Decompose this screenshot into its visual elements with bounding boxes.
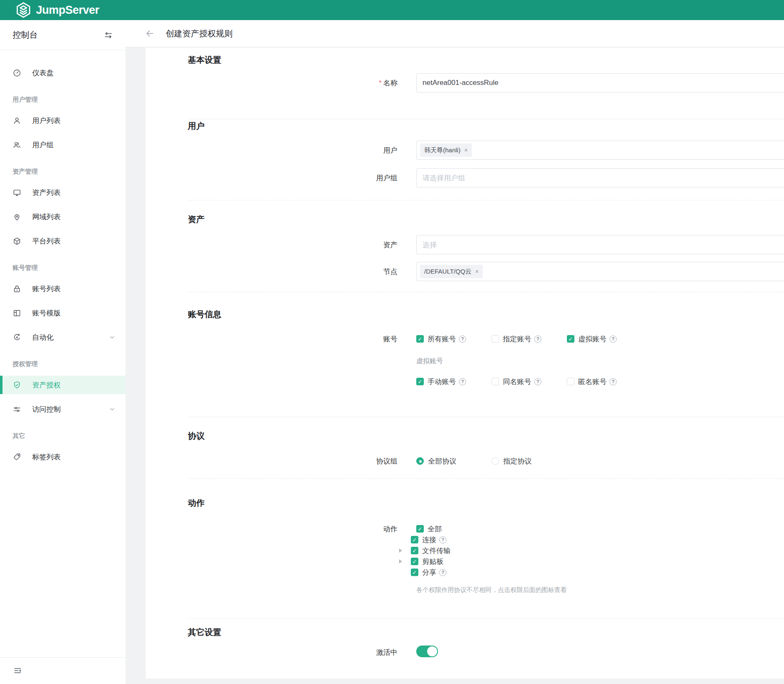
sidebar-item-label: 用户列表 (32, 116, 61, 126)
checkbox-manual-account[interactable]: ✓ 手动账号 ? (416, 377, 492, 387)
action-all-row: 动作 ✓ 全部 (146, 523, 784, 534)
checkbox-all-accounts[interactable]: ✓ 所有账号 ? (416, 334, 492, 344)
section-divider (188, 200, 784, 200)
sidebar-item-tag-list[interactable]: 标签列表 (0, 448, 126, 466)
checkbox-box[interactable] (492, 335, 499, 343)
sidebar-item-asset-permission[interactable]: 资产授权 (0, 376, 126, 394)
section-title-protocol: 协议 (188, 430, 784, 442)
monitor-icon (13, 188, 21, 197)
help-icon[interactable]: ? (534, 378, 541, 385)
node-tag[interactable]: /DEFAULT/QQ云 × (420, 265, 483, 278)
sidebar-item-label: 访问控制 (32, 405, 61, 414)
sidebar-item-platform-list[interactable]: 平台列表 (0, 232, 126, 250)
checkbox-box[interactable]: ✓ (411, 547, 418, 554)
chevron-down-icon[interactable] (109, 406, 115, 412)
checkbox-action-connect[interactable]: ✓ 连接 ? (411, 535, 446, 545)
node-select[interactable]: /DEFAULT/QQ云 × (416, 262, 784, 281)
top-bar: JumpServer (0, 0, 784, 20)
sidebar-item-account-list[interactable]: 账号列表 (0, 279, 126, 298)
sidebar-item-label: 账号模版 (32, 308, 61, 318)
help-icon[interactable]: ? (439, 536, 446, 543)
user-select[interactable]: 韩天尊(hanli) × (416, 141, 784, 160)
asset-label: 资产 (146, 240, 397, 250)
help-icon[interactable]: ? (459, 336, 466, 343)
brand-name: JumpServer (36, 4, 99, 17)
back-button[interactable] (145, 28, 155, 38)
template-icon (13, 309, 21, 318)
help-icon[interactable]: ? (610, 336, 617, 343)
checkbox-box[interactable]: ✓ (416, 525, 424, 533)
expand-caret-icon[interactable] (399, 548, 402, 553)
section-divider (188, 119, 784, 119)
sidebar-title: 控制台 (13, 29, 38, 41)
user-tag[interactable]: 韩天尊(hanli) × (420, 143, 472, 157)
action-hint-text: 各个权限作用协议不尽相同，点击权限后面的图标查看 (416, 585, 784, 594)
checkbox-action-all[interactable]: ✓ 全部 (416, 524, 492, 534)
remove-user-tag-icon[interactable]: × (464, 147, 468, 153)
sidebar-item-access-control[interactable]: 访问控制 (0, 400, 126, 418)
expand-caret-icon[interactable] (399, 559, 402, 564)
checkbox-anonymous-account[interactable]: 匿名账号 ? (567, 377, 642, 387)
checkbox-box[interactable] (567, 378, 574, 385)
sidebar-footer (0, 657, 126, 684)
checkbox-action-clipboard[interactable]: ✓ 剪贴板 (411, 557, 443, 566)
section-divider (188, 618, 784, 619)
checkbox-box[interactable]: ✓ (411, 558, 418, 565)
sliders-icon (13, 405, 21, 414)
checkbox-same-name-account[interactable]: 同名账号 ? (492, 377, 567, 387)
help-icon[interactable]: ? (610, 378, 617, 385)
active-toggle[interactable] (416, 646, 438, 657)
chevron-down-icon[interactable] (109, 334, 115, 341)
asset-select[interactable]: 选择 (416, 235, 784, 254)
checkbox-box[interactable]: ✓ (416, 378, 424, 385)
help-icon[interactable]: ? (534, 336, 541, 343)
sidebar-item-domain-list[interactable]: 网域列表 (0, 208, 126, 226)
radio-button[interactable] (416, 457, 424, 465)
user-label: 用户 (146, 146, 397, 155)
sidebar-item-user-groups[interactable]: 用户组 (0, 136, 126, 154)
sidebar-group-users: 用户管理 (13, 95, 126, 104)
swap-arrows-icon (104, 31, 113, 40)
checkbox-action-share[interactable]: ✓ 分享 ? (411, 568, 446, 577)
action-file-transfer-row: ✓ 文件传输 (146, 545, 784, 556)
sidebar-item-account-template[interactable]: 账号模版 (0, 304, 126, 322)
remove-node-tag-icon[interactable]: × (475, 269, 479, 274)
checkbox-box[interactable]: ✓ (416, 335, 424, 343)
sidebar-item-user-list[interactable]: 用户列表 (0, 111, 126, 130)
form-card: 基本设置 *名称 netArea001-accessRule 用户 用户 韩天尊… (146, 48, 784, 679)
user-row: 用户 韩天尊(hanli) × (146, 141, 784, 160)
radio-button[interactable] (492, 457, 499, 465)
back-arrow-icon (145, 28, 155, 38)
protocol-group-row: 协议组 全部协议 指定协议 (146, 456, 784, 466)
collapse-sidebar-button[interactable] (13, 666, 23, 676)
user-group-placeholder: 请选择用户组 (420, 173, 465, 183)
user-group-select[interactable]: 请选择用户组 (416, 168, 784, 187)
checkbox-box[interactable]: ✓ (567, 335, 574, 343)
sidebar-item-asset-list[interactable]: 资产列表 (0, 183, 126, 202)
section-divider (188, 478, 784, 479)
virtual-account-options-row: ✓ 手动账号 ? 同名账号 ? 匿名账号 ? (146, 376, 784, 387)
checkbox-box[interactable] (492, 378, 499, 385)
required-asterisk: * (379, 79, 382, 87)
action-clipboard-row: ✓ 剪贴板 (146, 556, 784, 567)
page-header: 创建资产授权规则 (126, 20, 784, 47)
sidebar-item-dashboard[interactable]: 仪表盘 (0, 64, 126, 82)
checkbox-box[interactable]: ✓ (411, 536, 418, 543)
checkbox-specified-accounts[interactable]: 指定账号 ? (492, 334, 567, 344)
radio-specified-protocols[interactable]: 指定协议 (492, 456, 567, 466)
radio-all-protocols[interactable]: 全部协议 (416, 456, 492, 466)
checkbox-box[interactable]: ✓ (411, 569, 418, 576)
sidebar-item-automation[interactable]: A 自动化 (0, 328, 126, 346)
help-icon[interactable]: ? (459, 378, 466, 385)
name-input[interactable]: netArea001-accessRule (416, 73, 784, 92)
help-icon[interactable]: ? (439, 569, 446, 576)
sidebar-group-perms: 授权管理 (13, 360, 126, 368)
checkbox-action-file-transfer[interactable]: ✓ 文件传输 (411, 546, 451, 556)
switch-view-button[interactable] (103, 30, 114, 41)
section-title-other: 其它设置 (188, 626, 784, 638)
checkbox-virtual-accounts[interactable]: ✓ 虚拟账号 ? (567, 334, 642, 344)
action-label: 动作 (146, 524, 397, 534)
lock-icon (13, 284, 21, 293)
account-options-row: 账号 ✓ 所有账号 ? 指定账号 ? ✓ 虚拟账号 ? (146, 333, 784, 344)
jumpserver-logo[interactable]: JumpServer (15, 2, 99, 18)
